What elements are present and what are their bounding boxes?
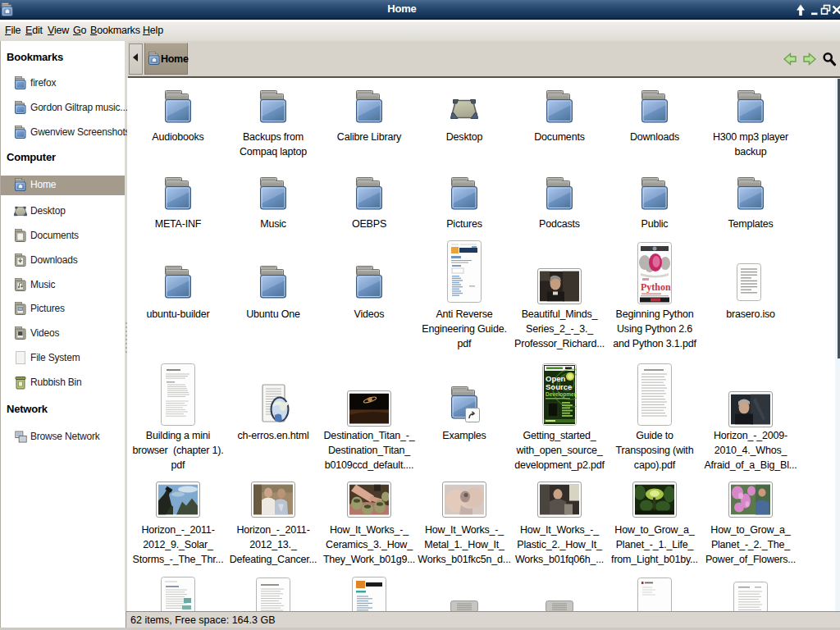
svg-text:Source: Source xyxy=(546,382,572,391)
svg-text:Development: Development xyxy=(546,391,577,398)
svg-text:Python: Python xyxy=(641,281,671,293)
